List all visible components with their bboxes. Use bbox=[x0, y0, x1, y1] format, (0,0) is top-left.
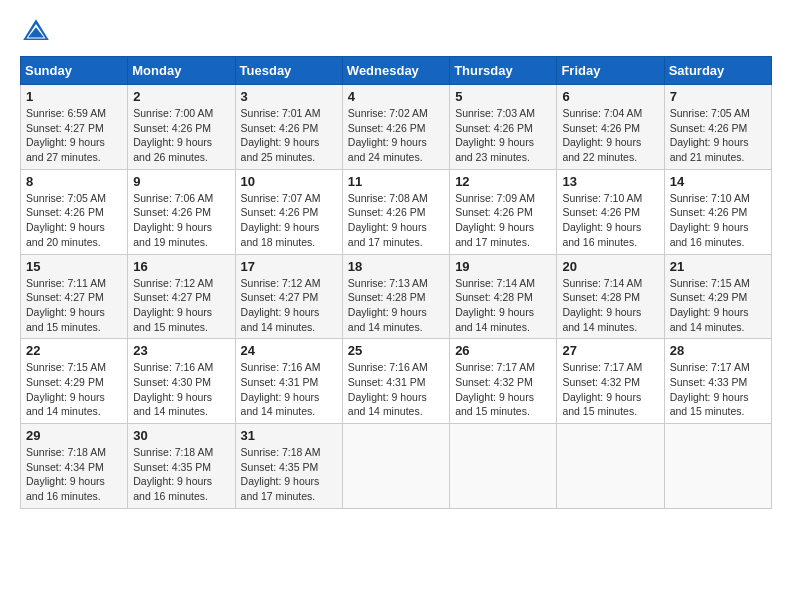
calendar-cell: 26 Sunrise: 7:17 AM Sunset: 4:32 PM Dayl… bbox=[450, 339, 557, 424]
day-number: 22 bbox=[26, 343, 122, 358]
day-number: 27 bbox=[562, 343, 658, 358]
day-number: 9 bbox=[133, 174, 229, 189]
calendar-cell: 24 Sunrise: 7:16 AM Sunset: 4:31 PM Dayl… bbox=[235, 339, 342, 424]
day-number: 26 bbox=[455, 343, 551, 358]
day-info: Sunrise: 7:17 AM Sunset: 4:32 PM Dayligh… bbox=[455, 360, 551, 419]
calendar-week-2: 8 Sunrise: 7:05 AM Sunset: 4:26 PM Dayli… bbox=[21, 169, 772, 254]
page-header bbox=[20, 16, 772, 48]
day-info: Sunrise: 7:01 AM Sunset: 4:26 PM Dayligh… bbox=[241, 106, 337, 165]
day-info: Sunrise: 7:16 AM Sunset: 4:30 PM Dayligh… bbox=[133, 360, 229, 419]
day-header-wednesday: Wednesday bbox=[342, 57, 449, 85]
day-info: Sunrise: 7:12 AM Sunset: 4:27 PM Dayligh… bbox=[133, 276, 229, 335]
day-header-thursday: Thursday bbox=[450, 57, 557, 85]
day-number: 20 bbox=[562, 259, 658, 274]
day-number: 23 bbox=[133, 343, 229, 358]
day-number: 28 bbox=[670, 343, 766, 358]
calendar-table: SundayMondayTuesdayWednesdayThursdayFrid… bbox=[20, 56, 772, 509]
day-number: 4 bbox=[348, 89, 444, 104]
day-header-saturday: Saturday bbox=[664, 57, 771, 85]
day-info: Sunrise: 7:16 AM Sunset: 4:31 PM Dayligh… bbox=[348, 360, 444, 419]
calendar-body: 1 Sunrise: 6:59 AM Sunset: 4:27 PM Dayli… bbox=[21, 85, 772, 509]
calendar-cell: 30 Sunrise: 7:18 AM Sunset: 4:35 PM Dayl… bbox=[128, 424, 235, 509]
calendar-cell bbox=[450, 424, 557, 509]
calendar-header: SundayMondayTuesdayWednesdayThursdayFrid… bbox=[21, 57, 772, 85]
calendar-cell: 11 Sunrise: 7:08 AM Sunset: 4:26 PM Dayl… bbox=[342, 169, 449, 254]
day-info: Sunrise: 7:12 AM Sunset: 4:27 PM Dayligh… bbox=[241, 276, 337, 335]
day-info: Sunrise: 7:09 AM Sunset: 4:26 PM Dayligh… bbox=[455, 191, 551, 250]
day-info: Sunrise: 6:59 AM Sunset: 4:27 PM Dayligh… bbox=[26, 106, 122, 165]
day-number: 25 bbox=[348, 343, 444, 358]
day-number: 29 bbox=[26, 428, 122, 443]
day-info: Sunrise: 7:14 AM Sunset: 4:28 PM Dayligh… bbox=[562, 276, 658, 335]
day-number: 18 bbox=[348, 259, 444, 274]
calendar-cell: 8 Sunrise: 7:05 AM Sunset: 4:26 PM Dayli… bbox=[21, 169, 128, 254]
day-number: 11 bbox=[348, 174, 444, 189]
calendar-cell: 31 Sunrise: 7:18 AM Sunset: 4:35 PM Dayl… bbox=[235, 424, 342, 509]
calendar-cell: 9 Sunrise: 7:06 AM Sunset: 4:26 PM Dayli… bbox=[128, 169, 235, 254]
day-number: 1 bbox=[26, 89, 122, 104]
day-header-sunday: Sunday bbox=[21, 57, 128, 85]
day-info: Sunrise: 7:00 AM Sunset: 4:26 PM Dayligh… bbox=[133, 106, 229, 165]
day-number: 12 bbox=[455, 174, 551, 189]
day-header-monday: Monday bbox=[128, 57, 235, 85]
day-info: Sunrise: 7:17 AM Sunset: 4:32 PM Dayligh… bbox=[562, 360, 658, 419]
day-info: Sunrise: 7:07 AM Sunset: 4:26 PM Dayligh… bbox=[241, 191, 337, 250]
calendar-cell: 25 Sunrise: 7:16 AM Sunset: 4:31 PM Dayl… bbox=[342, 339, 449, 424]
day-number: 17 bbox=[241, 259, 337, 274]
calendar-cell: 27 Sunrise: 7:17 AM Sunset: 4:32 PM Dayl… bbox=[557, 339, 664, 424]
day-info: Sunrise: 7:05 AM Sunset: 4:26 PM Dayligh… bbox=[26, 191, 122, 250]
calendar-cell: 7 Sunrise: 7:05 AM Sunset: 4:26 PM Dayli… bbox=[664, 85, 771, 170]
day-info: Sunrise: 7:10 AM Sunset: 4:26 PM Dayligh… bbox=[670, 191, 766, 250]
calendar-cell: 10 Sunrise: 7:07 AM Sunset: 4:26 PM Dayl… bbox=[235, 169, 342, 254]
day-number: 7 bbox=[670, 89, 766, 104]
calendar-cell: 2 Sunrise: 7:00 AM Sunset: 4:26 PM Dayli… bbox=[128, 85, 235, 170]
day-header-tuesday: Tuesday bbox=[235, 57, 342, 85]
day-number: 3 bbox=[241, 89, 337, 104]
calendar-cell: 23 Sunrise: 7:16 AM Sunset: 4:30 PM Dayl… bbox=[128, 339, 235, 424]
calendar-cell bbox=[342, 424, 449, 509]
logo bbox=[20, 16, 56, 48]
calendar-cell: 6 Sunrise: 7:04 AM Sunset: 4:26 PM Dayli… bbox=[557, 85, 664, 170]
day-number: 13 bbox=[562, 174, 658, 189]
day-number: 8 bbox=[26, 174, 122, 189]
calendar-week-3: 15 Sunrise: 7:11 AM Sunset: 4:27 PM Dayl… bbox=[21, 254, 772, 339]
calendar-week-1: 1 Sunrise: 6:59 AM Sunset: 4:27 PM Dayli… bbox=[21, 85, 772, 170]
day-info: Sunrise: 7:14 AM Sunset: 4:28 PM Dayligh… bbox=[455, 276, 551, 335]
day-number: 19 bbox=[455, 259, 551, 274]
calendar-cell: 18 Sunrise: 7:13 AM Sunset: 4:28 PM Dayl… bbox=[342, 254, 449, 339]
day-info: Sunrise: 7:04 AM Sunset: 4:26 PM Dayligh… bbox=[562, 106, 658, 165]
calendar-week-4: 22 Sunrise: 7:15 AM Sunset: 4:29 PM Dayl… bbox=[21, 339, 772, 424]
calendar-cell: 13 Sunrise: 7:10 AM Sunset: 4:26 PM Dayl… bbox=[557, 169, 664, 254]
day-info: Sunrise: 7:17 AM Sunset: 4:33 PM Dayligh… bbox=[670, 360, 766, 419]
day-number: 30 bbox=[133, 428, 229, 443]
day-number: 21 bbox=[670, 259, 766, 274]
calendar-cell: 22 Sunrise: 7:15 AM Sunset: 4:29 PM Dayl… bbox=[21, 339, 128, 424]
calendar-cell: 15 Sunrise: 7:11 AM Sunset: 4:27 PM Dayl… bbox=[21, 254, 128, 339]
logo-icon bbox=[20, 16, 52, 48]
calendar-cell: 12 Sunrise: 7:09 AM Sunset: 4:26 PM Dayl… bbox=[450, 169, 557, 254]
day-info: Sunrise: 7:18 AM Sunset: 4:35 PM Dayligh… bbox=[133, 445, 229, 504]
calendar-cell: 5 Sunrise: 7:03 AM Sunset: 4:26 PM Dayli… bbox=[450, 85, 557, 170]
calendar-cell: 16 Sunrise: 7:12 AM Sunset: 4:27 PM Dayl… bbox=[128, 254, 235, 339]
calendar-cell: 17 Sunrise: 7:12 AM Sunset: 4:27 PM Dayl… bbox=[235, 254, 342, 339]
day-number: 10 bbox=[241, 174, 337, 189]
day-info: Sunrise: 7:08 AM Sunset: 4:26 PM Dayligh… bbox=[348, 191, 444, 250]
calendar-cell: 19 Sunrise: 7:14 AM Sunset: 4:28 PM Dayl… bbox=[450, 254, 557, 339]
calendar-cell: 1 Sunrise: 6:59 AM Sunset: 4:27 PM Dayli… bbox=[21, 85, 128, 170]
day-info: Sunrise: 7:11 AM Sunset: 4:27 PM Dayligh… bbox=[26, 276, 122, 335]
day-info: Sunrise: 7:18 AM Sunset: 4:35 PM Dayligh… bbox=[241, 445, 337, 504]
calendar-cell: 28 Sunrise: 7:17 AM Sunset: 4:33 PM Dayl… bbox=[664, 339, 771, 424]
day-number: 24 bbox=[241, 343, 337, 358]
day-number: 31 bbox=[241, 428, 337, 443]
day-number: 16 bbox=[133, 259, 229, 274]
day-info: Sunrise: 7:06 AM Sunset: 4:26 PM Dayligh… bbox=[133, 191, 229, 250]
day-info: Sunrise: 7:15 AM Sunset: 4:29 PM Dayligh… bbox=[26, 360, 122, 419]
calendar-cell bbox=[664, 424, 771, 509]
calendar-cell: 21 Sunrise: 7:15 AM Sunset: 4:29 PM Dayl… bbox=[664, 254, 771, 339]
day-info: Sunrise: 7:03 AM Sunset: 4:26 PM Dayligh… bbox=[455, 106, 551, 165]
header-row: SundayMondayTuesdayWednesdayThursdayFrid… bbox=[21, 57, 772, 85]
day-info: Sunrise: 7:02 AM Sunset: 4:26 PM Dayligh… bbox=[348, 106, 444, 165]
day-info: Sunrise: 7:05 AM Sunset: 4:26 PM Dayligh… bbox=[670, 106, 766, 165]
calendar-cell: 20 Sunrise: 7:14 AM Sunset: 4:28 PM Dayl… bbox=[557, 254, 664, 339]
day-info: Sunrise: 7:18 AM Sunset: 4:34 PM Dayligh… bbox=[26, 445, 122, 504]
